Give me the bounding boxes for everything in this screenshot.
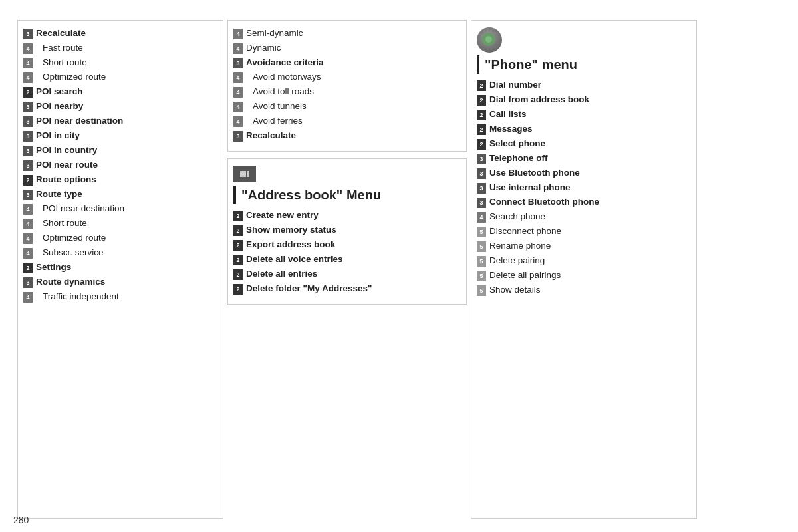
level-badge: 3: [477, 183, 486, 194]
level-badge: 2: [477, 95, 486, 106]
item-label: Delete all pairings: [489, 269, 561, 282]
list-item: 2Show memory status: [233, 224, 460, 237]
level-badge: 3: [477, 198, 486, 208]
list-item: 2Route options: [23, 174, 216, 187]
level-badge: 3: [23, 131, 33, 142]
item-label: Route type: [36, 188, 82, 201]
level-badge: 2: [233, 269, 243, 280]
level-badge: 2: [477, 124, 486, 135]
item-label: Dial from address book: [489, 94, 589, 106]
list-item: 5Show details: [477, 284, 690, 297]
level-badge: 2: [233, 255, 243, 265]
item-label: Telephone off: [489, 152, 548, 165]
item-label: Dynamic: [246, 42, 281, 55]
page-number: 280: [13, 515, 29, 525]
list-item: 2Settings: [23, 261, 216, 275]
list-item: 3Avoidance criteria: [233, 57, 460, 70]
level-badge: 5: [477, 271, 486, 281]
item-label: Optimized route: [36, 71, 106, 84]
list-item: 2Dial from address book: [477, 94, 690, 107]
list-item: 3Telephone off: [477, 152, 690, 166]
item-label: Search phone: [489, 211, 545, 223]
item-label: POI search: [36, 86, 83, 98]
item-label: Settings: [36, 261, 71, 274]
phone-menu-title: "Phone" menu: [477, 55, 690, 74]
level-badge: 4: [23, 219, 33, 229]
list-item: 2Dial number: [477, 79, 690, 92]
level-badge: 4: [233, 87, 243, 98]
level-badge: 3: [477, 168, 486, 179]
list-item: 4Avoid motorways: [233, 71, 460, 84]
list-item: 4Short route: [23, 57, 216, 70]
list-item: 5Disconnect phone: [477, 225, 690, 239]
item-label: Delete all entries: [246, 268, 317, 281]
item-label: Show memory status: [246, 224, 336, 237]
list-item: 4Fast route: [23, 42, 216, 55]
level-badge: 3: [23, 190, 33, 200]
item-label: POI nearby: [36, 100, 83, 113]
list-item: 5Delete pairing: [477, 255, 690, 268]
list-item: 4Avoid tunnels: [233, 100, 460, 114]
level-badge: 5: [477, 256, 486, 267]
level-badge: 3: [23, 277, 33, 288]
list-item: 3Route type: [23, 188, 216, 201]
level-badge: 4: [23, 72, 33, 83]
item-label: Use Bluetooth phone: [489, 167, 580, 180]
level-badge: 3: [23, 160, 33, 171]
item-label: POI in city: [36, 130, 80, 142]
item-label: Export address book: [246, 239, 335, 251]
item-label: Create new entry: [246, 209, 319, 222]
middle-bottom-box: "Address book" Menu 2Create new entry2Sh…: [227, 158, 467, 305]
level-badge: 2: [23, 263, 33, 273]
level-badge: 3: [23, 116, 33, 127]
item-label: Route options: [36, 174, 96, 186]
list-item: 3Recalculate: [233, 130, 460, 143]
level-badge: 3: [233, 58, 243, 68]
list-item: 4Subscr. service: [23, 247, 216, 260]
level-badge: 4: [23, 233, 33, 244]
address-book-icon: [233, 166, 460, 182]
list-item: 2Select phone: [477, 138, 690, 151]
item-label: Dial number: [489, 79, 541, 92]
left-menu-list: 3Recalculate4Fast route4Short route4Opti…: [23, 27, 216, 304]
phone-icon: [477, 27, 690, 53]
address-book-list: 2Create new entry2Show memory status2Exp…: [233, 209, 460, 296]
level-badge: 2: [23, 175, 33, 186]
list-item: 3Use internal phone: [477, 182, 690, 195]
item-label: Select phone: [489, 138, 545, 150]
item-label: Optimized route: [36, 232, 106, 245]
item-label: Avoidance criteria: [246, 57, 324, 69]
list-item: 4Avoid toll roads: [233, 86, 460, 99]
level-badge: 2: [233, 225, 243, 236]
list-item: 4Search phone: [477, 211, 690, 224]
level-badge: 2: [23, 87, 33, 98]
list-item: 2Create new entry: [233, 209, 460, 223]
list-item: 3POI near route: [23, 159, 216, 172]
item-label: POI in country: [36, 144, 97, 157]
item-label: Avoid toll roads: [246, 86, 314, 98]
item-label: Short route: [36, 217, 87, 230]
list-item: 3POI in city: [23, 130, 216, 143]
address-book-title: "Address book" Menu: [233, 186, 460, 204]
level-badge: 3: [23, 102, 33, 112]
item-label: Subscr. service: [36, 247, 104, 259]
list-item: 3POI nearby: [23, 100, 216, 114]
item-label: POI near destination: [36, 115, 123, 128]
level-badge: 2: [477, 110, 486, 120]
list-item: 2Export address book: [233, 239, 460, 252]
level-badge: 3: [233, 131, 243, 142]
level-badge: 2: [233, 284, 243, 295]
right-column: "Phone" menu 2Dial number2Dial from addr…: [471, 20, 697, 519]
list-item: 4Optimized route: [23, 71, 216, 84]
title-bar: [233, 186, 236, 204]
middle-top-list: 4Semi-dynamic4Dynamic3Avoidance criteria…: [233, 27, 460, 143]
item-label: Rename phone: [489, 240, 551, 253]
list-item: 2Call lists: [477, 108, 690, 122]
level-badge: 2: [233, 211, 243, 221]
level-badge: 3: [477, 154, 486, 164]
list-item: 3Connect Bluetooth phone: [477, 196, 690, 209]
list-item: 2Delete folder "My Addresses": [233, 283, 460, 296]
item-label: Call lists: [489, 108, 527, 121]
item-label: POI near route: [36, 159, 98, 172]
item-label: Avoid ferries: [246, 115, 303, 128]
